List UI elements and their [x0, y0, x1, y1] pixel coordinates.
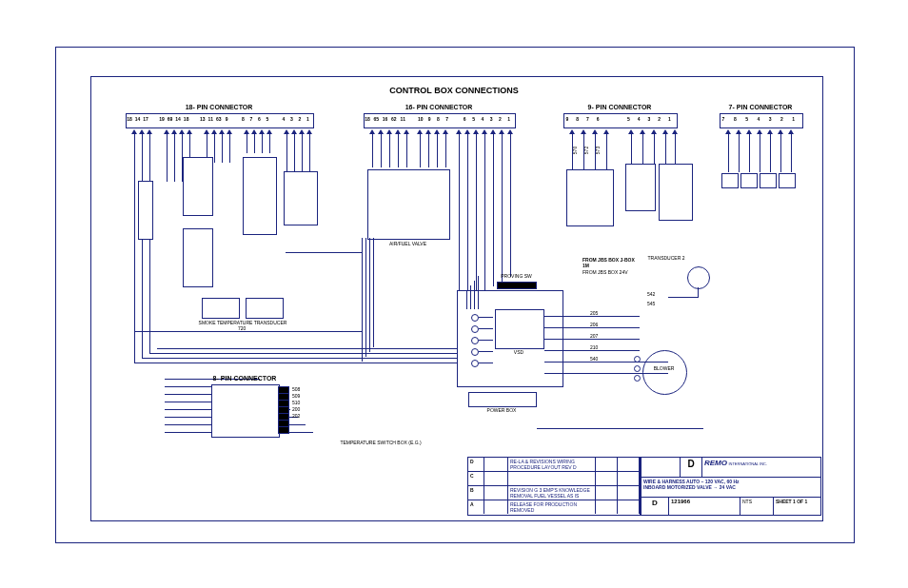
blower-motor [642, 350, 687, 395]
wire-num: 206 [590, 322, 598, 327]
wire-num: 540 [590, 356, 598, 362]
from-main-label: FROM JBS BOX J-BOX 1M [582, 257, 640, 268]
component-box [243, 157, 277, 235]
pin-number: 4 [755, 116, 762, 122]
component-box [625, 164, 656, 211]
pin-number: 16 [382, 116, 389, 122]
company-sub: INTERNATIONAL INC. [728, 461, 767, 466]
pin-number: 5 [743, 116, 751, 122]
wire-num: 570 [572, 147, 578, 154]
wire-num: 509 [292, 393, 300, 399]
dwg-scale: NTS [740, 498, 774, 515]
from-main2-label: FROM JBS BOX 24V [582, 269, 640, 275]
pin-number: 2 [656, 116, 663, 122]
pin-number: 6 [255, 116, 263, 122]
pin-number: 3 [766, 116, 774, 122]
pin-number: 4 [635, 116, 642, 122]
airfuel-valve-box [367, 169, 450, 240]
vsd-box [495, 309, 544, 349]
dwg-number: 121966 [669, 498, 740, 515]
component-box [183, 228, 213, 287]
divider [640, 457, 641, 514]
blower-label: BLOWER [642, 365, 685, 371]
pin-number: 10 [417, 116, 424, 122]
wire-num: 545 [647, 301, 655, 306]
wire-num: 572 [583, 147, 589, 154]
pin-number: 14 [134, 116, 142, 122]
pin-number: 62 [390, 116, 398, 122]
pin-number: 2 [778, 116, 785, 122]
dwg-size: D [642, 498, 669, 515]
pin-number: 69 [167, 116, 174, 122]
powerbox [468, 392, 537, 407]
terminal [779, 173, 796, 188]
pin-number: 4 [479, 116, 486, 122]
pin-number: 5 [470, 116, 478, 122]
pin-number: 3 [287, 116, 295, 122]
pin-number: 6 [594, 116, 602, 122]
wire-num: 202 [292, 413, 300, 419]
pin-number: 11 [207, 116, 214, 122]
pin-number: 5 [624, 116, 632, 122]
powerbox-label: POWER BOX [468, 407, 535, 413]
transducer-symbol [687, 266, 710, 289]
pin-number: 1 [665, 116, 673, 122]
pin-number: 7 [247, 116, 255, 122]
terminal [740, 173, 758, 188]
pin-number: 1 [304, 116, 311, 122]
pin-number: 4 [280, 116, 287, 122]
component-box [566, 169, 614, 226]
pin-number: 7 [583, 116, 591, 122]
pin-number: 18 [183, 116, 190, 122]
pin-number: 11 [399, 116, 406, 122]
connector-5 [211, 384, 280, 438]
pin-number: 9 [223, 116, 230, 122]
terminal [760, 173, 777, 188]
vsd-label: VSD [495, 349, 543, 355]
pin-number: 8 [731, 116, 739, 122]
connector-4-label: 7- PIN CONNECTOR [722, 104, 799, 110]
pin-number: 2 [496, 116, 503, 122]
trunk [134, 331, 363, 332]
proving-sw [497, 282, 537, 289]
pin-number: 7 [444, 116, 451, 122]
connector-2-label: 16- PIN CONNECTOR [367, 104, 510, 110]
wire-num: 573 [595, 147, 601, 154]
revision-block: DRE-LA & REVISIONS WIRING PROCEDURE LAYO… [467, 457, 641, 516]
pin-number: 18 [364, 116, 371, 122]
trans2-label: TRANSDUCER 2 [647, 255, 685, 261]
pin-numbers-c1: 18141719691418131163987654321 [126, 116, 312, 126]
pin-numbers-c4: 7854321 [720, 116, 801, 126]
wire-num: 542 [647, 291, 655, 297]
tempsw-label: TEMPERATURE SWITCH BOX (E.G.) [333, 440, 428, 445]
wire-num: 200 [292, 406, 300, 412]
pin-numbers-c3: 987654321 [563, 116, 676, 126]
pin-number: 17 [142, 116, 149, 122]
component-box [183, 157, 213, 216]
pin-number: 1 [790, 116, 798, 122]
pin-number: 2 [296, 116, 304, 122]
airfuel-label: AIR/FUEL VALVE [367, 241, 448, 246]
dwg-sheet: SHEET 1 OF 1 [774, 498, 820, 515]
pin-number: 1 [505, 116, 513, 122]
component-box [138, 181, 153, 240]
proving-label: PROVING SW [490, 273, 543, 279]
pin-number: 6 [461, 116, 468, 122]
page: CONTROL BOX CONNECTIONS 18- PIN CONNECTO… [0, 0, 908, 588]
company-logo: REMO [704, 459, 727, 467]
pin-number: 18 [126, 116, 133, 122]
title-block: D REMO INTERNATIONAL INC. WIRE & HARNESS… [641, 457, 821, 516]
connector-1-label: 18- PIN CONNECTOR [128, 104, 309, 110]
component-box [659, 164, 693, 221]
wire-num: 205 [590, 310, 598, 316]
diagram-title: CONTROL BOX CONNECTIONS [0, 86, 908, 95]
wire-num: 508 [292, 386, 300, 392]
pin-number: 13 [199, 116, 207, 122]
wire-num: 720 [238, 325, 246, 331]
pin-number: 3 [645, 116, 653, 122]
trunk [286, 252, 362, 253]
transducer-box [202, 298, 240, 319]
wire-num: 210 [590, 344, 598, 350]
pin-number: 19 [158, 116, 166, 122]
rev-letter: D [681, 458, 702, 477]
